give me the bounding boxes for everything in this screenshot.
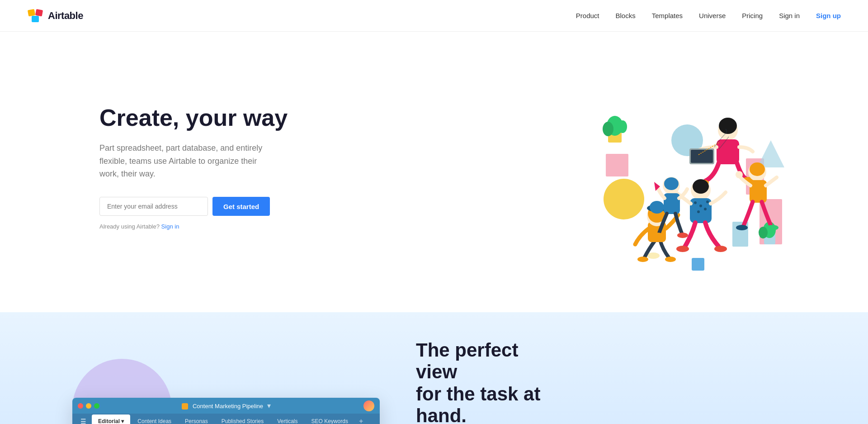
tab-seo-keywords[interactable]: SEO Keywords — [305, 414, 354, 424]
svg-point-18 — [647, 252, 660, 259]
app-titlebar: Content Marketing Pipeline ▾ — [72, 398, 380, 414]
svg-point-37 — [694, 201, 697, 204]
hero-illustration — [524, 59, 841, 276]
nav-signup[interactable]: Sign up — [816, 12, 841, 19]
app-title: Content Marketing Pipeline ▾ — [182, 401, 271, 410]
svg-point-52 — [664, 177, 679, 190]
svg-rect-2 — [35, 9, 43, 16]
nav-links: Product Blocks Templates Universe Pricin… — [576, 12, 841, 19]
app-screenshot: Content Marketing Pipeline ▾ ☰ Editorial… — [72, 398, 380, 424]
hero-subtitle: Part spreadsheet, part database, and ent… — [99, 142, 271, 181]
tab-personas[interactable]: Personas — [179, 414, 214, 424]
svg-point-38 — [699, 205, 702, 207]
svg-point-41 — [704, 208, 707, 210]
tab-published-stories[interactable]: Published Stories — [215, 414, 270, 424]
svg-point-14 — [618, 120, 627, 133]
menu-icon[interactable]: ☰ — [76, 414, 91, 424]
maximize-button[interactable] — [94, 403, 99, 409]
svg-point-48 — [736, 171, 743, 178]
svg-point-56 — [677, 233, 688, 238]
app-title-icon — [182, 403, 188, 410]
svg-rect-28 — [717, 139, 739, 164]
svg-rect-32 — [691, 150, 713, 163]
get-started-button[interactable]: Get started — [212, 197, 270, 216]
app-window: Content Marketing Pipeline ▾ ☰ Editorial… — [72, 398, 380, 424]
svg-point-40 — [697, 210, 700, 213]
svg-point-20 — [665, 257, 676, 262]
bottom-section: Content Marketing Pipeline ▾ ☰ Editorial… — [0, 312, 868, 424]
email-cta-row: Get started — [99, 197, 288, 216]
nav-universe[interactable]: Universe — [699, 12, 726, 19]
email-input[interactable] — [99, 197, 208, 216]
nav-pricing[interactable]: Pricing — [742, 12, 763, 19]
nav-blocks[interactable]: Blocks — [616, 12, 636, 19]
svg-point-43 — [714, 246, 727, 252]
svg-point-50 — [767, 225, 778, 230]
svg-point-17 — [759, 227, 768, 238]
illustration-svg — [565, 59, 800, 276]
nav-product[interactable]: Product — [576, 12, 599, 19]
nav-signin[interactable]: Sign in — [779, 12, 800, 19]
logo-text: Airtable — [48, 10, 83, 22]
svg-point-49 — [736, 225, 748, 230]
bottom-text: The perfect view for the task at hand. — [416, 339, 552, 424]
tab-verticals[interactable]: Verticals — [271, 414, 304, 424]
app-tabs: ☰ Editorial ▾ Content Ideas Personas Pub… — [72, 414, 380, 424]
bottom-heading: The perfect view for the task at hand. — [416, 339, 552, 424]
svg-point-42 — [676, 246, 689, 252]
svg-rect-4 — [606, 154, 628, 176]
svg-point-27 — [719, 118, 737, 134]
add-tab-button[interactable]: + — [355, 414, 367, 424]
svg-rect-3 — [32, 16, 39, 22]
hero-title: Create, your way — [99, 105, 288, 131]
already-text: Already using Airtable? Sign in — [99, 223, 288, 230]
svg-point-8 — [604, 179, 644, 219]
logo-icon — [27, 8, 43, 24]
tab-content-ideas[interactable]: Content Ideas — [131, 414, 178, 424]
logo[interactable]: Airtable — [27, 8, 83, 24]
navbar: Airtable Product Blocks Templates Univer… — [0, 0, 868, 32]
sign-in-link[interactable]: Sign in — [161, 223, 179, 230]
svg-point-46 — [750, 162, 765, 176]
svg-rect-53 — [664, 193, 680, 214]
svg-marker-10 — [757, 140, 784, 167]
svg-point-25 — [650, 201, 664, 214]
svg-rect-1 — [28, 9, 35, 16]
svg-point-39 — [706, 200, 709, 203]
window-controls — [78, 403, 99, 409]
svg-point-13 — [603, 122, 613, 136]
svg-rect-47 — [750, 180, 767, 203]
user-avatar[interactable] — [363, 400, 374, 411]
close-button[interactable] — [78, 403, 83, 409]
nav-templates[interactable]: Templates — [652, 12, 683, 19]
hero-section: Create, your way Part spreadsheet, part … — [0, 32, 868, 312]
svg-point-55 — [652, 233, 663, 238]
svg-point-35 — [693, 179, 709, 194]
svg-rect-44 — [692, 258, 704, 271]
minimize-button[interactable] — [86, 403, 91, 409]
tab-editorial[interactable]: Editorial ▾ — [92, 414, 130, 424]
hero-left: Create, your way Part spreadsheet, part … — [99, 105, 288, 230]
svg-point-19 — [637, 257, 648, 262]
